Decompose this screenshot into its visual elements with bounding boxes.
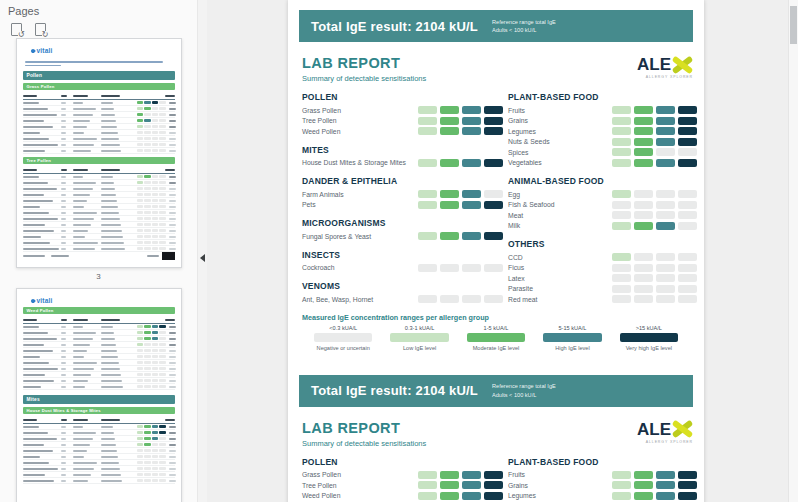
level-square xyxy=(440,159,459,167)
mini-value-bar xyxy=(169,480,176,482)
mini-level-squares xyxy=(137,101,166,104)
mini-table-cell xyxy=(23,224,61,226)
mini-level-square xyxy=(144,349,151,352)
mini-level-square xyxy=(144,107,151,110)
mini-level-square xyxy=(144,193,151,196)
text-line-bar xyxy=(23,474,45,476)
reference-range-line: Reference range total IgE xyxy=(492,382,556,390)
text-line-bar xyxy=(23,224,45,226)
mini-value-bar xyxy=(169,188,176,190)
text-line-bar xyxy=(23,102,39,104)
text-line-bar xyxy=(101,480,122,482)
text-line-bar xyxy=(51,255,69,257)
mini-table-cell xyxy=(61,374,73,376)
mini-level-squares xyxy=(137,373,166,376)
allergen-label: Parasite xyxy=(508,285,533,292)
mini-level-square xyxy=(137,479,144,482)
mini-level-square xyxy=(159,149,166,152)
mini-level-square xyxy=(159,449,166,452)
text-line-bar xyxy=(73,432,96,434)
mini-table-cell xyxy=(23,374,61,376)
mini-level-squares xyxy=(137,325,166,328)
level-square xyxy=(484,106,503,114)
text-line-bar xyxy=(23,206,40,208)
text-line-bar xyxy=(101,194,116,196)
mini-level-squares xyxy=(137,149,166,152)
main-scrollbar-thumb[interactable] xyxy=(790,6,797,44)
mini-table-cell xyxy=(101,200,137,202)
text-line-bar xyxy=(101,432,114,434)
mini-level-square xyxy=(144,473,151,476)
mini-table-cell xyxy=(23,350,61,352)
level-square xyxy=(634,253,653,261)
lab-report-titles: LAB REPORTSummary of detectable sensitis… xyxy=(302,420,426,448)
mini-level-squares xyxy=(137,241,166,244)
mini-table-cell xyxy=(73,332,101,334)
level-square xyxy=(678,201,697,209)
allergen-label: Weed Pollen xyxy=(302,128,340,135)
level-square xyxy=(656,492,675,500)
page-thumbnail[interactable]: vitaliPollenGrass PollenTree Pollen xyxy=(16,38,182,268)
vitali-logo: vitali xyxy=(31,297,175,304)
allergen-row: Legumes xyxy=(508,126,697,137)
mini-table-cell xyxy=(73,95,101,97)
ige-level-squares xyxy=(612,159,697,167)
level-square xyxy=(634,190,653,198)
rotate-page-cw-icon[interactable] xyxy=(32,21,48,37)
mini-table-cell xyxy=(101,480,137,482)
text-line-bar xyxy=(61,120,66,122)
text-line-bar xyxy=(73,380,88,382)
mini-level-square xyxy=(159,113,166,116)
droplet-icon xyxy=(30,298,36,304)
thumbnail-footer xyxy=(23,252,175,260)
text-line-bar xyxy=(61,200,66,202)
mini-level-squares xyxy=(137,473,166,476)
mini-table-cell xyxy=(23,218,61,220)
legend-caption: Negative or uncertain xyxy=(314,345,372,351)
text-line-bar xyxy=(61,230,66,232)
mini-level-square xyxy=(159,361,166,364)
text-line-bar xyxy=(101,132,118,134)
level-square xyxy=(634,471,653,479)
text-line-bar xyxy=(73,182,96,184)
mini-level-square xyxy=(137,373,144,376)
mini-level-square xyxy=(137,131,144,134)
allergen-group-heading: VENOMS xyxy=(302,281,503,291)
mini-table-cell xyxy=(61,338,73,340)
vitali-logo-text: vitali xyxy=(37,297,53,304)
text-line-bar xyxy=(101,248,125,250)
main-scrollbar-track[interactable] xyxy=(788,0,798,502)
ige-level-squares xyxy=(612,253,697,261)
level-square xyxy=(678,295,697,303)
mini-table-cell xyxy=(23,344,61,346)
ige-level-squares xyxy=(612,138,697,146)
level-square xyxy=(612,159,631,167)
text-line-bar xyxy=(101,450,117,452)
text-line-bar xyxy=(165,169,175,171)
legend-item: >15 kUA/LVery high IgE level xyxy=(620,325,678,351)
page-thumbnail[interactable]: vitaliWeed PollenMitesHouse Dust Mites &… xyxy=(16,288,182,502)
mini-table-cell xyxy=(61,120,73,122)
allergen-row: Milk xyxy=(508,221,697,232)
text-line-bar xyxy=(101,120,116,122)
allergen-row: Tree Pollen xyxy=(302,116,503,127)
mini-level-square xyxy=(137,473,144,476)
mini-table-cell xyxy=(73,344,101,346)
text-line-bar xyxy=(73,419,88,421)
mini-level-square xyxy=(137,461,144,464)
text-line-bar xyxy=(23,480,54,482)
sidebar-collapse-handle[interactable] xyxy=(198,251,207,265)
mini-table-cell xyxy=(101,338,137,340)
rotate-page-ccw-icon[interactable] xyxy=(8,21,24,37)
level-square xyxy=(612,253,631,261)
mini-level-square xyxy=(152,479,159,482)
total-ige-banner: Total IgE result: 2104 kU/LReference ran… xyxy=(299,375,693,407)
allergen-row: CCD xyxy=(508,252,697,263)
section-banner: House Dust Mites & Storage Mites xyxy=(23,407,175,414)
mini-table-cell xyxy=(61,432,73,434)
allergen-label: Pets xyxy=(302,201,316,208)
mini-level-squares xyxy=(137,235,166,238)
allergen-column-left: POLLENGrass PollenTree PollenWeed Pollen… xyxy=(302,457,503,502)
text-line-bar xyxy=(61,368,66,370)
mini-table-cell xyxy=(73,138,101,140)
